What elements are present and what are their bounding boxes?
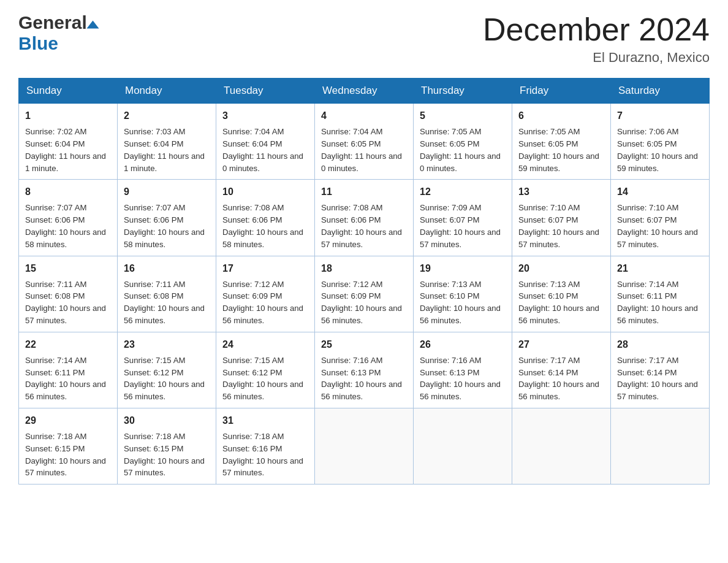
calendar-cell — [512, 408, 611, 484]
day-header-thursday: Thursday — [414, 79, 512, 104]
day-info: Sunrise: 7:17 AMSunset: 6:14 PMDaylight:… — [518, 354, 604, 403]
day-info: Sunrise: 7:02 AMSunset: 6:04 PMDaylight:… — [25, 126, 111, 174]
day-number: 7 — [617, 109, 703, 123]
day-info: Sunrise: 7:09 AMSunset: 6:07 PMDaylight:… — [420, 202, 506, 250]
day-info: Sunrise: 7:14 AMSunset: 6:11 PMDaylight:… — [617, 278, 703, 327]
day-number: 19 — [420, 261, 506, 276]
calendar-cell: 5Sunrise: 7:05 AMSunset: 6:05 PMDaylight… — [414, 104, 512, 180]
day-info: Sunrise: 7:13 AMSunset: 6:10 PMDaylight:… — [420, 278, 506, 327]
day-info: Sunrise: 7:08 AMSunset: 6:06 PMDaylight:… — [222, 202, 308, 250]
calendar-cell: 2Sunrise: 7:03 AMSunset: 6:04 PMDaylight… — [118, 104, 216, 180]
day-info: Sunrise: 7:03 AMSunset: 6:04 PMDaylight:… — [124, 126, 210, 174]
calendar-cell: 8Sunrise: 7:07 AMSunset: 6:06 PMDaylight… — [19, 180, 118, 256]
month-year-title: December 2024 — [483, 12, 710, 47]
day-header-tuesday: Tuesday — [216, 79, 315, 104]
logo-general-text: General — [18, 12, 87, 33]
days-of-week-row: SundayMondayTuesdayWednesdayThursdayFrid… — [19, 79, 710, 104]
logo: General Blue — [18, 12, 97, 54]
day-info: Sunrise: 7:10 AMSunset: 6:07 PMDaylight:… — [518, 202, 604, 250]
day-number: 17 — [222, 261, 308, 276]
calendar-cell: 13Sunrise: 7:10 AMSunset: 6:07 PMDayligh… — [512, 180, 611, 256]
day-info: Sunrise: 7:07 AMSunset: 6:06 PMDaylight:… — [25, 202, 111, 250]
calendar-cell — [414, 408, 512, 484]
calendar-cell: 26Sunrise: 7:16 AMSunset: 6:13 PMDayligh… — [414, 332, 512, 408]
week-row-3: 15Sunrise: 7:11 AMSunset: 6:08 PMDayligh… — [19, 256, 710, 332]
day-number: 18 — [321, 261, 407, 276]
day-number: 28 — [617, 337, 703, 352]
day-info: Sunrise: 7:15 AMSunset: 6:12 PMDaylight:… — [124, 354, 210, 403]
day-info: Sunrise: 7:11 AMSunset: 6:08 PMDaylight:… — [25, 278, 111, 327]
day-number: 4 — [321, 109, 407, 123]
calendar-cell: 17Sunrise: 7:12 AMSunset: 6:09 PMDayligh… — [216, 256, 315, 332]
day-info: Sunrise: 7:16 AMSunset: 6:13 PMDaylight:… — [321, 354, 407, 403]
day-number: 8 — [25, 185, 111, 199]
page-header: General Blue December 2024 El Durazno, M… — [18, 12, 710, 66]
day-info: Sunrise: 7:07 AMSunset: 6:06 PMDaylight:… — [124, 202, 210, 250]
day-header-monday: Monday — [118, 79, 216, 104]
day-number: 29 — [25, 413, 111, 428]
day-number: 31 — [222, 413, 308, 428]
calendar-cell: 12Sunrise: 7:09 AMSunset: 6:07 PMDayligh… — [414, 180, 512, 256]
day-number: 9 — [124, 185, 210, 199]
calendar-cell: 1Sunrise: 7:02 AMSunset: 6:04 PMDaylight… — [19, 104, 118, 180]
week-row-2: 8Sunrise: 7:07 AMSunset: 6:06 PMDaylight… — [19, 180, 710, 256]
calendar-header: SundayMondayTuesdayWednesdayThursdayFrid… — [19, 79, 710, 104]
day-number: 13 — [518, 185, 604, 199]
day-number: 25 — [321, 337, 407, 352]
week-row-4: 22Sunrise: 7:14 AMSunset: 6:11 PMDayligh… — [19, 332, 710, 408]
day-info: Sunrise: 7:18 AMSunset: 6:16 PMDaylight:… — [222, 431, 308, 479]
day-info: Sunrise: 7:04 AMSunset: 6:05 PMDaylight:… — [321, 126, 407, 174]
day-number: 30 — [124, 413, 210, 428]
calendar-cell: 9Sunrise: 7:07 AMSunset: 6:06 PMDaylight… — [118, 180, 216, 256]
day-number: 26 — [420, 337, 506, 352]
day-info: Sunrise: 7:18 AMSunset: 6:15 PMDaylight:… — [124, 431, 210, 479]
day-number: 10 — [222, 185, 308, 199]
calendar-cell: 15Sunrise: 7:11 AMSunset: 6:08 PMDayligh… — [19, 256, 118, 332]
day-info: Sunrise: 7:06 AMSunset: 6:05 PMDaylight:… — [617, 126, 703, 174]
calendar-cell: 6Sunrise: 7:05 AMSunset: 6:05 PMDaylight… — [512, 104, 611, 180]
calendar-cell: 19Sunrise: 7:13 AMSunset: 6:10 PMDayligh… — [414, 256, 512, 332]
day-info: Sunrise: 7:08 AMSunset: 6:06 PMDaylight:… — [321, 202, 407, 250]
day-number: 20 — [518, 261, 604, 276]
calendar-body: 1Sunrise: 7:02 AMSunset: 6:04 PMDaylight… — [19, 104, 710, 484]
calendar-cell: 3Sunrise: 7:04 AMSunset: 6:04 PMDaylight… — [216, 104, 315, 180]
calendar-cell: 22Sunrise: 7:14 AMSunset: 6:11 PMDayligh… — [19, 332, 118, 408]
calendar-cell — [315, 408, 414, 484]
day-header-wednesday: Wednesday — [315, 79, 414, 104]
day-number: 14 — [617, 185, 703, 199]
day-number: 1 — [25, 109, 111, 123]
day-info: Sunrise: 7:05 AMSunset: 6:05 PMDaylight:… — [518, 126, 604, 174]
calendar-cell: 14Sunrise: 7:10 AMSunset: 6:07 PMDayligh… — [611, 180, 710, 256]
calendar-cell: 16Sunrise: 7:11 AMSunset: 6:08 PMDayligh… — [118, 256, 216, 332]
day-info: Sunrise: 7:13 AMSunset: 6:10 PMDaylight:… — [518, 278, 604, 327]
calendar-cell: 28Sunrise: 7:17 AMSunset: 6:14 PMDayligh… — [611, 332, 710, 408]
day-info: Sunrise: 7:14 AMSunset: 6:11 PMDaylight:… — [25, 354, 111, 403]
calendar-cell: 31Sunrise: 7:18 AMSunset: 6:16 PMDayligh… — [216, 408, 315, 484]
day-info: Sunrise: 7:16 AMSunset: 6:13 PMDaylight:… — [420, 354, 506, 403]
calendar-cell: 29Sunrise: 7:18 AMSunset: 6:15 PMDayligh… — [19, 408, 118, 484]
day-number: 6 — [518, 109, 604, 123]
day-info: Sunrise: 7:15 AMSunset: 6:12 PMDaylight:… — [222, 354, 308, 403]
week-row-5: 29Sunrise: 7:18 AMSunset: 6:15 PMDayligh… — [19, 408, 710, 484]
calendar-cell: 21Sunrise: 7:14 AMSunset: 6:11 PMDayligh… — [611, 256, 710, 332]
calendar-table: SundayMondayTuesdayWednesdayThursdayFrid… — [18, 78, 710, 484]
calendar-cell: 20Sunrise: 7:13 AMSunset: 6:10 PMDayligh… — [512, 256, 611, 332]
calendar-cell: 18Sunrise: 7:12 AMSunset: 6:09 PMDayligh… — [315, 256, 414, 332]
day-number: 11 — [321, 185, 407, 199]
day-number: 2 — [124, 109, 210, 123]
day-number: 5 — [420, 109, 506, 123]
title-section: December 2024 El Durazno, Mexico — [483, 12, 710, 66]
logo-blue-text: Blue — [18, 33, 58, 54]
day-number: 12 — [420, 185, 506, 199]
calendar-cell: 10Sunrise: 7:08 AMSunset: 6:06 PMDayligh… — [216, 180, 315, 256]
calendar-cell: 4Sunrise: 7:04 AMSunset: 6:05 PMDaylight… — [315, 104, 414, 180]
day-number: 27 — [518, 337, 604, 352]
day-number: 16 — [124, 261, 210, 276]
day-number: 21 — [617, 261, 703, 276]
day-number: 3 — [222, 109, 308, 123]
day-header-friday: Friday — [512, 79, 611, 104]
calendar-cell: 27Sunrise: 7:17 AMSunset: 6:14 PMDayligh… — [512, 332, 611, 408]
day-info: Sunrise: 7:10 AMSunset: 6:07 PMDaylight:… — [617, 202, 703, 250]
day-number: 22 — [25, 337, 111, 352]
logo-triangle-icon — [86, 21, 99, 29]
